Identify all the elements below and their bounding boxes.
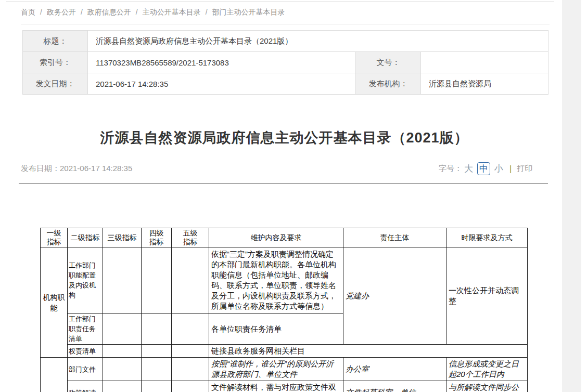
breadcrumb-separator: /: [81, 8, 83, 16]
table-cell: [103, 345, 142, 358]
font-size-small-button[interactable]: 小: [494, 163, 503, 175]
print-button[interactable]: 打印: [517, 164, 532, 174]
table-cell: [142, 313, 172, 345]
breadcrumb-separator: /: [40, 8, 42, 16]
table-header-cell: 二级指标: [68, 228, 103, 247]
info-label-index-number: 索引号：: [23, 52, 88, 73]
table-cell: 办公室: [343, 358, 446, 381]
breadcrumb-link[interactable]: 政府信息公开: [87, 8, 131, 16]
document-info-table: 标题： 沂源县自然资源局政府信息主动公开基本目录（2021版） 索引号： 113…: [22, 30, 548, 95]
table-cell: 信息形成或变更之日起20个工作日内: [446, 358, 528, 381]
table-cell: [142, 247, 172, 313]
breadcrumb-separator: /: [206, 8, 208, 16]
catalog-table: 一级 指标二级指标三级指标四级 指标五级 指标维护内容及要求责任主体时限要求及方…: [40, 228, 528, 392]
info-value-issuing-agency: 沂源县自然资源局: [421, 73, 548, 95]
table-row: 权责清单链接县政务服务网相关栏目: [41, 345, 528, 358]
breadcrumb-divider: [21, 24, 550, 24]
table-header-cell: 三级指标: [103, 228, 142, 247]
info-label-doc-number: 文号：: [356, 52, 421, 73]
info-label-title: 标题：: [23, 31, 88, 52]
table-cell: 工作部门职责任务清单: [68, 313, 103, 345]
table-cell: 政策解读: [68, 381, 103, 392]
font-size-controls: 字号： 大 中 小 | 打印: [439, 162, 532, 175]
table-cell: 依据“三定”方案及职责调整情况确定的本部门最新机构职能。各单位机构职能信息（包括…: [209, 247, 343, 313]
table-cell: 机构职能: [41, 247, 68, 358]
table-cell: 部门文件: [68, 358, 103, 381]
table-cell: 党建办: [343, 247, 446, 345]
publish-date: 发布日期：2021-06-17 14:28:35: [21, 164, 132, 174]
info-row-title: 标题： 沂源县自然资源局政府信息主动公开基本目录（2021版）: [23, 31, 548, 52]
table-cell: [172, 345, 209, 358]
table-cell: [103, 381, 142, 392]
table-cell: [172, 247, 209, 313]
info-row-index: 索引号： 11370323MB28565589/2021-5173083 文号：: [23, 52, 548, 73]
table-cell: 文件起草科室、单位: [343, 381, 446, 392]
table-header-cell: 责任主体: [343, 228, 446, 247]
divider-pipe: |: [509, 164, 512, 174]
breadcrumb-separator: /: [136, 8, 138, 16]
table-cell: 与所解读文件同步公开: [446, 381, 528, 392]
table-header-cell: 时限要求及方式: [446, 228, 528, 247]
table-cell: [103, 247, 142, 313]
table-row: 机构职能工作部门职能配置及内设机构依据“三定”方案及职责调整情况确定的本部门最新…: [41, 247, 528, 313]
breadcrumb: 首页/政务公开/政府信息公开/主动公开基本目录/部门主动公开基本目录: [21, 8, 285, 17]
table-cell: [172, 358, 209, 381]
info-value-title: 沂源县自然资源局政府信息主动公开基本目录（2021版）: [88, 31, 548, 52]
info-label-issue-date: 发文日期：: [23, 73, 88, 95]
publish-date-label: 发布日期：: [21, 164, 60, 173]
font-size-label: 字号：: [439, 164, 462, 174]
table-header-cell: 维护内容及要求: [209, 228, 343, 247]
info-value-index-number: 11370323MB28565589/2021-5173083: [88, 52, 356, 73]
table-cell: 一次性公开并动态调整: [446, 247, 528, 345]
table-cell: 文件解读材料，需与对应政策文件双向关联: [209, 381, 343, 392]
table-cell: 按照“谁制作，谁公开”的原则公开沂源县政府部门、单位文件: [209, 358, 343, 381]
table-row: 政策解读文件解读材料，需与对应政策文件双向关联文件起草科室、单位与所解读文件同步…: [41, 381, 528, 392]
table-cell: 工作部门职能配置及内设机构: [68, 247, 103, 313]
table-cell: [41, 358, 68, 392]
table-cell: 权责清单: [68, 345, 103, 358]
scrollbar-track[interactable]: [562, 0, 581, 392]
table-cell: [103, 313, 142, 345]
info-row-date: 发文日期： 2021-06-17 14:28:35 发布机构： 沂源县自然资源局: [23, 73, 548, 95]
table-cell: [142, 345, 172, 358]
info-label-issuing-agency: 发布机构：: [356, 73, 421, 95]
section-divider: [19, 183, 548, 184]
page-title: 沂源县自然资源局政府信息主动公开基本目录（2021版）: [21, 128, 548, 147]
top-hairline: [6, 1, 554, 2]
table-cell: [142, 381, 172, 392]
table-header-cell: 五级 指标: [172, 228, 209, 247]
table-header-cell: 四级 指标: [142, 228, 172, 247]
breadcrumb-link[interactable]: 主动公开基本目录: [143, 8, 201, 16]
table-cell: [172, 313, 209, 345]
breadcrumb-link[interactable]: 政务公开: [47, 8, 76, 16]
table-cell: 链接县政务服务网相关栏目: [209, 345, 528, 358]
table-header-cell: 一级 指标: [41, 228, 68, 247]
table-cell: 各单位职责任务清单: [209, 313, 343, 345]
table-row: 部门文件按照“谁制作，谁公开”的原则公开沂源县政府部门、单位文件办公室信息形成或…: [41, 358, 528, 381]
publish-date-value: 2021-06-17 14:28:35: [60, 164, 132, 173]
breadcrumb-link[interactable]: 首页: [21, 8, 35, 16]
info-value-issue-date: 2021-06-17 14:28:35: [88, 73, 356, 95]
table-cell: [142, 358, 172, 381]
table-cell: [103, 358, 142, 381]
table-cell: [172, 381, 209, 392]
info-value-doc-number: [421, 52, 548, 73]
breadcrumb-link[interactable]: 部门主动公开基本目录: [212, 8, 285, 16]
font-size-medium-button[interactable]: 中: [477, 162, 490, 175]
font-size-large-button[interactable]: 大: [464, 163, 473, 175]
table-header-row: 一级 指标二级指标三级指标四级 指标五级 指标维护内容及要求责任主体时限要求及方…: [41, 228, 528, 247]
page: 首页/政务公开/政府信息公开/主动公开基本目录/部门主动公开基本目录 标题： 沂…: [0, 0, 587, 392]
